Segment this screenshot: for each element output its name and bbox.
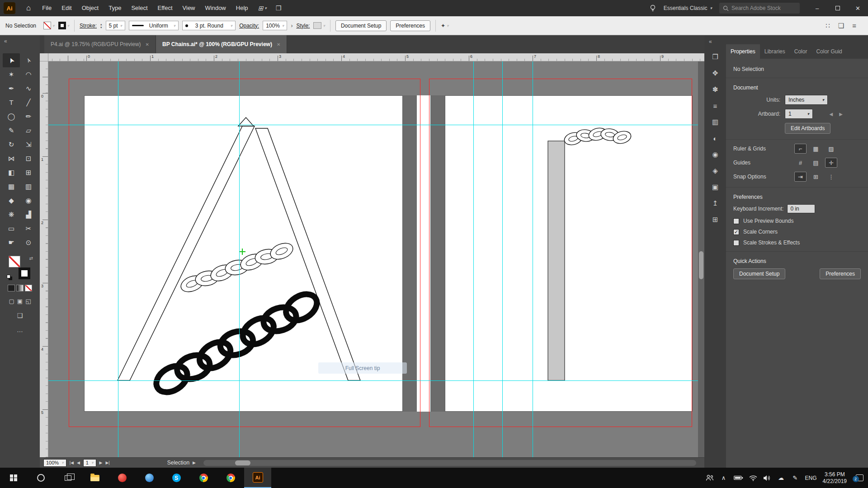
paintbrush-tool[interactable]: ✏ xyxy=(20,109,37,123)
workspace-grid-icon[interactable]: ∷ xyxy=(826,22,830,30)
arrange-documents-icon[interactable]: ⊞▾ xyxy=(254,5,271,12)
lock-guides-icon[interactable]: ▤ xyxy=(810,158,822,168)
menu-type[interactable]: Type xyxy=(104,0,126,16)
default-fill-stroke-icon[interactable] xyxy=(7,275,10,278)
tray-battery-icon[interactable] xyxy=(734,475,743,480)
taskbar-task-view-icon[interactable] xyxy=(54,468,81,488)
tab-color-guid[interactable]: Color Guid xyxy=(811,44,846,59)
symbols-panel-icon[interactable]: ✽ xyxy=(708,83,722,96)
color-panel-icon[interactable]: ✥ xyxy=(708,66,722,80)
column-graph-tool[interactable]: ▟ xyxy=(20,207,37,221)
ellipse-tool[interactable]: ◯ xyxy=(3,109,20,123)
document-tab[interactable]: BP Chains.ai* @ 100% (RGB/GPU Preview)✕ xyxy=(156,35,287,53)
selection-tool[interactable]: ➤ xyxy=(3,53,20,67)
grid-icon[interactable]: ▦ xyxy=(810,144,822,154)
preferences-button[interactable]: Preferences xyxy=(390,20,430,31)
tray-pen-icon[interactable]: ✎ xyxy=(791,474,799,481)
menu-effect[interactable]: Effect xyxy=(153,0,178,16)
dock-toggle-icon[interactable]: ❏ xyxy=(838,22,844,30)
vertical-scrollbar[interactable] xyxy=(698,61,704,457)
color-button[interactable] xyxy=(8,285,15,291)
guide-vertical[interactable] xyxy=(533,61,533,457)
previous-artboard-button[interactable]: ◀ xyxy=(77,460,80,465)
dock-collapse-icon[interactable]: « xyxy=(704,38,712,45)
first-artboard-button[interactable]: |◀ xyxy=(70,460,74,465)
lasso-tool[interactable]: ◠ xyxy=(20,67,37,81)
taskbar-start-icon[interactable] xyxy=(0,468,27,488)
menu-file[interactable]: File xyxy=(37,0,57,16)
transparency-grid-icon[interactable]: ▨ xyxy=(825,144,837,154)
black-chain-artwork[interactable] xyxy=(151,289,321,398)
taskbar-skype-icon[interactable]: S xyxy=(163,468,190,488)
perspective-grid-tool[interactable]: ⊞ xyxy=(20,165,37,179)
tab-color[interactable]: Color xyxy=(790,44,812,59)
minimize-button[interactable]: – xyxy=(807,0,827,16)
taskbar-edge-icon[interactable] xyxy=(136,468,163,488)
edit-toolbar-icon[interactable]: … xyxy=(0,326,40,333)
taskbar-file-explorer-icon[interactable] xyxy=(81,468,108,488)
shape-builder-tool[interactable]: ◧ xyxy=(3,165,20,179)
stroke-weight-field[interactable]: 5 pt▾ xyxy=(106,21,126,30)
appearance-panel-icon[interactable]: ◉ xyxy=(708,148,722,161)
artboard-number-dropdown[interactable]: 1▾ xyxy=(83,459,96,467)
fill-swatch[interactable] xyxy=(9,256,20,267)
none-button[interactable] xyxy=(25,285,32,291)
libraries-panel-icon[interactable]: ⊞ xyxy=(708,213,722,226)
lightbulb-icon[interactable] xyxy=(649,4,656,12)
edit-artboards-button[interactable]: Edit Artboards xyxy=(785,123,830,134)
share-screen-icon[interactable]: ❒ xyxy=(272,5,286,12)
scale-tool[interactable]: ⇲ xyxy=(20,137,37,151)
artboards-panel-icon[interactable]: ❐ xyxy=(708,50,722,64)
symbol-sprayer-tool[interactable]: ❋ xyxy=(3,207,20,221)
free-transform-tool[interactable]: ⊡ xyxy=(20,151,37,165)
outlined-chain-artwork-right[interactable] xyxy=(563,126,632,146)
guide-vertical[interactable] xyxy=(239,61,240,457)
checkbox-scale-corners[interactable]: ✓ xyxy=(733,229,739,235)
checkbox-scale-strokes-&-effects[interactable] xyxy=(733,240,739,246)
type-tool[interactable]: T xyxy=(3,95,20,109)
line-tool[interactable]: ╱ xyxy=(20,95,37,109)
style-label[interactable]: Style: xyxy=(296,23,310,29)
hand-tool[interactable]: ☛ xyxy=(3,235,20,249)
magic-wand-tool[interactable]: ✶ xyxy=(3,67,20,81)
stroke-color-dropdown[interactable]: ▾ xyxy=(58,22,70,29)
ruler-origin-corner[interactable] xyxy=(40,53,48,61)
taskbar-chrome-icon[interactable] xyxy=(190,468,217,488)
draw-inside-icon[interactable]: ◱ xyxy=(25,298,31,305)
stroke-weight-stepper[interactable]: ▴▾ xyxy=(100,23,102,29)
taskbar-cortana-icon[interactable] xyxy=(27,468,54,488)
graphic-styles-panel-icon[interactable]: ◈ xyxy=(708,164,722,178)
draw-normal-icon[interactable]: ▢ xyxy=(9,298,14,305)
tray-people-icon[interactable] xyxy=(706,474,714,481)
slice-tool[interactable]: ✂ xyxy=(20,221,37,235)
tab-properties[interactable]: Properties xyxy=(726,44,760,59)
close-tab-icon[interactable]: ✕ xyxy=(277,42,280,47)
stroke-swatch[interactable] xyxy=(19,267,30,279)
checkbox-use-preview-bounds[interactable] xyxy=(733,218,739,224)
eyedropper-tool[interactable]: ◆ xyxy=(3,193,20,207)
zoom-tool[interactable]: ⊙ xyxy=(20,235,37,249)
snap-point-icon[interactable]: ⇥ xyxy=(794,172,807,182)
vertical-scroll-thumb[interactable] xyxy=(699,251,703,279)
pencil-tool[interactable]: ✎ xyxy=(3,123,20,137)
expand-icon[interactable]: › xyxy=(291,23,292,29)
layers-panel-icon[interactable]: ▣ xyxy=(708,180,722,194)
blend-tool[interactable]: ◉ xyxy=(20,193,37,207)
artboard-dropdown[interactable]: 1▾ xyxy=(785,109,813,119)
swatches-panel-icon[interactable]: ▥ xyxy=(708,115,722,129)
vertical-ruler[interactable]: 012345 xyxy=(40,61,48,457)
outlined-chain-artwork[interactable] xyxy=(179,240,295,295)
menu-help[interactable]: Help xyxy=(231,0,253,16)
canvas-area[interactable]: Full Screen tip 0123456789 012345 xyxy=(40,53,704,457)
maximize-button[interactable] xyxy=(827,0,848,16)
horizontal-scrollbar[interactable] xyxy=(203,460,696,466)
pen-tool[interactable]: ✒ xyxy=(3,81,20,95)
tray-onedrive-icon[interactable]: ☁ xyxy=(777,474,785,481)
width-tool[interactable]: ⋈ xyxy=(3,151,20,165)
guide-horizontal[interactable] xyxy=(48,380,704,381)
swap-fill-stroke-icon[interactable]: ⇄ xyxy=(29,256,33,261)
width-profile-dropdown[interactable]: Uniform▾ xyxy=(129,21,179,30)
select-similar-dropdown[interactable]: ✦▾ xyxy=(441,23,449,29)
gradient-tool[interactable]: ▥ xyxy=(20,179,37,193)
opacity-label[interactable]: Opacity: xyxy=(239,23,259,29)
